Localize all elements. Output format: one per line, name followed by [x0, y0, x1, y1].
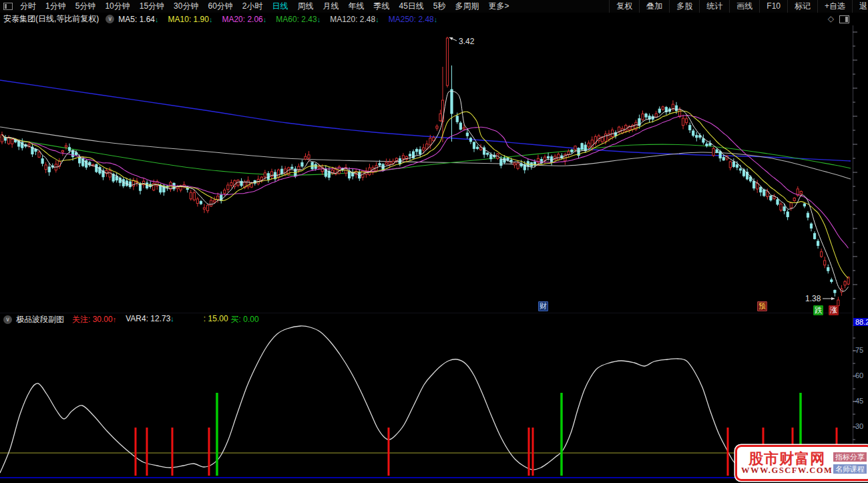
- ma-value-1: MA10: 1.90↓: [168, 15, 213, 24]
- ma-value-0: MA5: 1.64↓: [118, 15, 158, 24]
- menu-action-7[interactable]: +自选: [817, 0, 852, 13]
- marker-badge-财[interactable]: 财: [538, 301, 548, 311]
- menu-action-1[interactable]: 叠加: [639, 0, 669, 13]
- main-candlestick-pane[interactable]: 3.421.38: [0, 25, 853, 313]
- ma-value-4: MA120: 2.48↓: [330, 15, 379, 24]
- period-tab-14[interactable]: 5秒: [429, 0, 451, 13]
- indicator-name: 极品波段副图: [16, 314, 64, 325]
- period-tab-6[interactable]: 60分钟: [203, 0, 237, 13]
- menu-action-2[interactable]: 多股: [669, 0, 699, 13]
- pane-toggle-icon[interactable]: [839, 15, 849, 23]
- period-menu-bar: 分时1分钟5分钟10分钟15分钟30分钟60分钟2小时日线周线月线年线季线45日…: [0, 0, 868, 13]
- period-tab-8[interactable]: 日线: [268, 0, 293, 13]
- menu-action-0[interactable]: 复权: [609, 0, 639, 13]
- menu-action-3[interactable]: 统计: [699, 0, 729, 13]
- marker-badge-预[interactable]: 预: [757, 301, 767, 311]
- period-tab-15[interactable]: 多周期: [451, 0, 484, 13]
- indicator-chart: [0, 325, 853, 477]
- collapse-indicator-icon[interactable]: ∨: [3, 315, 12, 324]
- main-candlestick-chart: 3.421.38: [0, 25, 853, 313]
- sub-axis-label-3: 45: [855, 397, 863, 405]
- menu-action-8[interactable]: 退: [852, 0, 868, 13]
- menu-left: 分时1分钟5分钟10分钟15分钟30分钟60分钟2小时日线周线月线年线季线45日…: [15, 0, 514, 13]
- period-tab-0[interactable]: 分时: [15, 0, 41, 13]
- indicator-value-3: 买: 0.00: [231, 314, 259, 325]
- ma-value-3: MA60: 2.43↓: [276, 15, 320, 24]
- period-tab-2[interactable]: 5分钟: [71, 0, 101, 13]
- watermark-badge-0: 指标分享: [833, 452, 867, 462]
- watermark-text: 股市财富网 WWW.GSCFW.COM: [741, 451, 833, 475]
- marker-badge-跌: 跌: [813, 305, 823, 315]
- period-tab-5[interactable]: 30分钟: [169, 0, 203, 13]
- period-tab-7[interactable]: 2小时: [238, 0, 268, 13]
- period-tab-12[interactable]: 季线: [369, 0, 395, 13]
- watermark-badges: 指标分享名师课程: [833, 452, 867, 474]
- collapse-main-chart-icon[interactable]: ∨: [105, 15, 114, 23]
- indicator-value-0: 关注: 30.00↑: [72, 314, 116, 325]
- stock-title: 安泰集团(日线,等比前复权): [0, 13, 101, 25]
- ma-values: MA5: 1.64↓MA10: 1.90↓MA20: 2.06↓MA60: 2.…: [118, 15, 447, 24]
- row2-icons: ◇: [828, 13, 849, 25]
- sub-axis-label-1: 75: [855, 346, 863, 354]
- indicator-values: 关注: 30.00↑VAR4: 12.73↓: 15.00买: 0.00: [72, 314, 262, 325]
- svg-text:3.42: 3.42: [459, 37, 475, 46]
- menu-right: 复权叠加多股统计画线F10标记+自选退: [609, 0, 868, 13]
- indicator-value-1: VAR4: 12.73↓: [126, 314, 174, 325]
- menu-action-6[interactable]: 标记: [787, 0, 817, 13]
- period-tab-3[interactable]: 10分钟: [100, 0, 134, 13]
- right-price-axis: [853, 25, 868, 477]
- period-tab-4[interactable]: 15分钟: [135, 0, 169, 13]
- period-tab-16[interactable]: 更多>: [484, 0, 514, 13]
- menu-action-4[interactable]: 画线: [729, 0, 759, 13]
- period-tab-9[interactable]: 周线: [293, 0, 318, 13]
- layout-panel-icon[interactable]: [3, 3, 13, 10]
- sub-axis-label-0: 88.2: [853, 318, 868, 326]
- ma-value-5: MA250: 2.48↓: [389, 15, 438, 24]
- watermark-url: WWW.GSCFW.COM: [741, 466, 833, 475]
- period-tab-11[interactable]: 年线: [344, 0, 369, 13]
- watermark-badge-1: 名师课程: [833, 464, 867, 474]
- period-tab-1[interactable]: 1分钟: [41, 0, 71, 13]
- watermark-title: 股市财富网: [748, 451, 825, 466]
- indicator-value-2: : 15.00: [204, 314, 228, 325]
- marker-badge-涨: 涨: [829, 305, 839, 315]
- diamond-marker-icon[interactable]: ◇: [828, 13, 834, 25]
- sub-axis-label-2: 60: [855, 371, 863, 379]
- svg-text:1.38: 1.38: [805, 294, 821, 303]
- indicator-pane[interactable]: [0, 325, 853, 477]
- period-tab-13[interactable]: 45日线: [395, 0, 429, 13]
- trading-terminal-window: 分时1分钟5分钟10分钟15分钟30分钟60分钟2小时日线周线月线年线季线45日…: [0, 0, 868, 483]
- chart-info-bar: 安泰集团(日线,等比前复权) ∨ MA5: 1.64↓MA10: 1.90↓MA…: [0, 13, 868, 25]
- sub-axis-label-4: 30: [855, 422, 863, 430]
- ma-value-2: MA20: 2.06↓: [222, 15, 266, 24]
- watermark: 股市财富网 WWW.GSCFW.COM 指标分享名师课程: [735, 445, 868, 481]
- period-tab-10[interactable]: 月线: [318, 0, 344, 13]
- menu-action-5[interactable]: F10: [759, 0, 787, 13]
- indicator-header: ∨ 极品波段副图 关注: 30.00↑VAR4: 12.73↓: 15.00买:…: [0, 313, 853, 325]
